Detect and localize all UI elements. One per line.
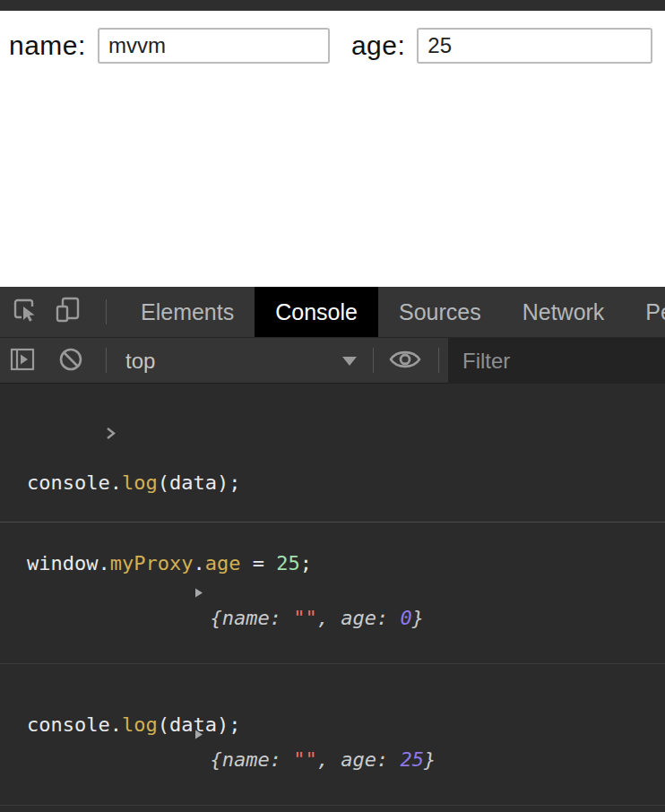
rendered-page: name: age: — [0, 11, 665, 287]
code-line: console.log(data); — [27, 470, 665, 497]
console-toolbar: top — [0, 338, 665, 384]
tab-elements[interactable]: Elements — [120, 287, 255, 337]
log-object-row: {name: "", age: 0} — [0, 523, 665, 664]
devtools-tabbar: Elements Console Sources Network Perform… — [0, 287, 665, 338]
console-messages: console.log(data); window.myProxy.age = … — [0, 384, 665, 812]
clear-console-button[interactable] — [56, 346, 86, 376]
log-object-row: {name: "", age: 25} — [0, 664, 665, 806]
chevron-right-icon — [9, 395, 117, 476]
name-input[interactable] — [98, 28, 330, 64]
toolbar-separator — [373, 348, 374, 373]
inspect-cursor-icon — [11, 296, 39, 328]
tabbar-separator — [106, 299, 107, 324]
eval-result-row: undefined — [0, 806, 665, 812]
eye-icon — [388, 348, 422, 375]
console-sidebar-icon — [9, 346, 36, 376]
console-input-echo: console.log(data); window.myProxy.age = … — [0, 384, 665, 523]
devtools-tabs: Elements Console Sources Network Perform… — [120, 287, 665, 337]
tab-performance[interactable]: Performance — [625, 287, 665, 337]
chevron-down-icon — [342, 357, 357, 366]
triangle-right-icon[interactable] — [98, 555, 204, 630]
tab-network[interactable]: Network — [502, 287, 626, 337]
tab-sources[interactable]: Sources — [378, 287, 502, 337]
clear-console-icon — [56, 345, 85, 377]
device-toolbar-icon — [54, 296, 82, 328]
toolbar-separator — [438, 348, 439, 373]
triangle-right-icon[interactable] — [98, 696, 204, 772]
device-toolbar-button[interactable] — [50, 287, 86, 337]
form-row: name: age: — [0, 11, 665, 64]
toolbar-separator — [106, 348, 107, 373]
javascript-context-dropdown[interactable]: top — [115, 338, 364, 384]
browser-top-strip — [0, 0, 665, 11]
devtools-panel: Elements Console Sources Network Perform… — [0, 287, 665, 812]
age-input[interactable] — [417, 28, 652, 64]
live-expression-button[interactable] — [385, 346, 425, 376]
name-label: name: — [9, 30, 86, 61]
tab-console[interactable]: Console — [255, 287, 378, 337]
age-label: age: — [351, 30, 405, 61]
inspect-element-button[interactable] — [7, 287, 43, 337]
console-sidebar-button[interactable] — [7, 346, 38, 376]
context-selected-label: top — [125, 349, 155, 374]
filter-input[interactable] — [448, 338, 665, 384]
